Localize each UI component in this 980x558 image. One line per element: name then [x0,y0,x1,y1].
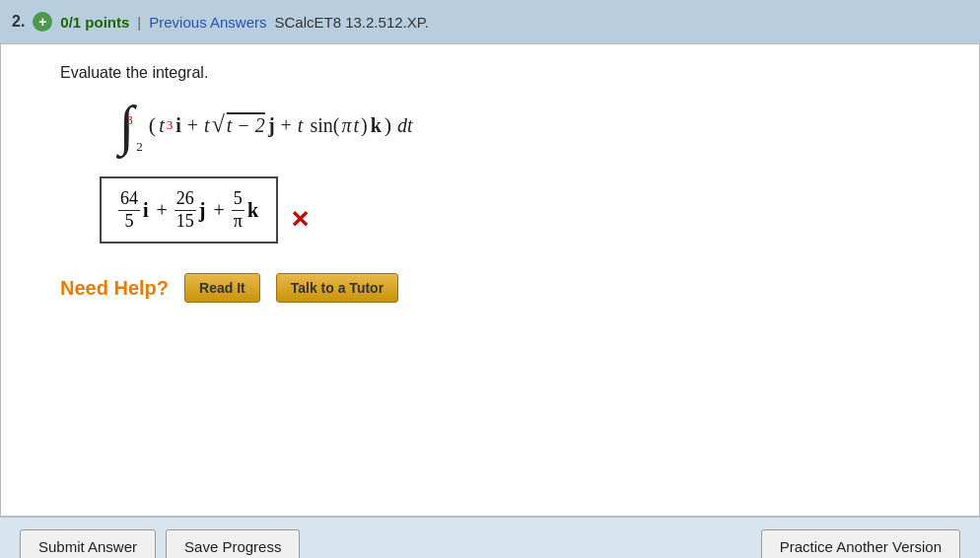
main-content: Evaluate the integral. ∫ 3 2 ( t3i + t √… [0,43,980,517]
plus-ans-1: + [157,199,168,222]
answer-row: 64 5 i + 26 15 j + 5 π k ✕ [80,176,949,263]
integral-display: ∫ 3 2 ( t3i + t √ t − 2 j + t sin( [60,98,949,153]
problem-id: SCalcET8 13.2.512.XP. [274,14,429,31]
close-sin: ) [361,114,368,137]
j-vector: j [268,114,275,137]
need-help-row: Need Help? Read It Talk to a Tutor [60,273,949,303]
numerator-26: 26 [175,188,196,211]
k-vector: k [371,114,382,137]
plus-ans-2: + [214,199,225,222]
previous-answers-link[interactable]: Previous Answers [149,14,266,31]
header-bar: 2. + 0/1 points | Previous Answers SCalc… [0,0,980,43]
t-in-sin: t [353,114,359,137]
page: 2. + 0/1 points | Previous Answers SCalc… [0,0,980,558]
close-paren: ) [385,112,391,138]
sqrt-symbol: √ [212,114,225,136]
pi-symbol: π [341,114,351,137]
bottom-buttons-bar: Submit Answer Save Progress Practice Ano… [0,517,980,558]
numerator-64: 64 [118,188,140,211]
t-cubed-i: t [159,114,165,137]
upper-limit: 3 [126,113,143,126]
open-paren: ( [149,112,156,138]
i-vector: i [175,114,181,137]
t-coeff: t [204,114,210,137]
k-answer: k [247,199,258,222]
practice-another-version-button[interactable]: Practice Another Version [761,529,960,558]
plus-1: + [187,114,198,137]
lower-limit: 2 [136,140,143,153]
j-answer: j [199,199,206,222]
save-progress-button[interactable]: Save Progress [166,529,300,558]
question-number: 2. [12,13,25,31]
denominator-15: 15 [175,211,196,233]
read-it-button[interactable]: Read It [184,273,260,303]
problem-instruction: Evaluate the integral. [60,64,949,82]
plus-2: + [281,114,292,137]
numerator-5: 5 [232,188,245,211]
fraction-26-15: 26 15 [175,188,196,232]
fraction-64-5: 64 5 [118,188,140,232]
sqrt-content: t − 2 [227,114,265,137]
denominator-5: 5 [123,211,136,233]
talk-to-tutor-button[interactable]: Talk to a Tutor [276,273,398,303]
dt: dt [397,114,413,137]
separator: | [137,14,141,31]
answer-box: 64 5 i + 26 15 j + 5 π k [100,176,278,244]
add-icon: + [33,12,52,32]
sin-func: sin( [305,114,339,137]
points-label: 0/1 points [60,14,129,31]
integrand: ( t3i + t √ t − 2 j + t sin( π t ) k ) d… [149,112,413,138]
submit-answer-button[interactable]: Submit Answer [20,529,156,558]
wrong-mark: ✕ [290,206,310,234]
fraction-5-pi: 5 π [232,188,245,232]
need-help-label: Need Help? [60,277,169,300]
t-coeff-2: t [298,114,304,137]
exponent-3: 3 [167,117,174,133]
denominator-pi: π [232,211,245,233]
i-answer: i [143,199,149,222]
